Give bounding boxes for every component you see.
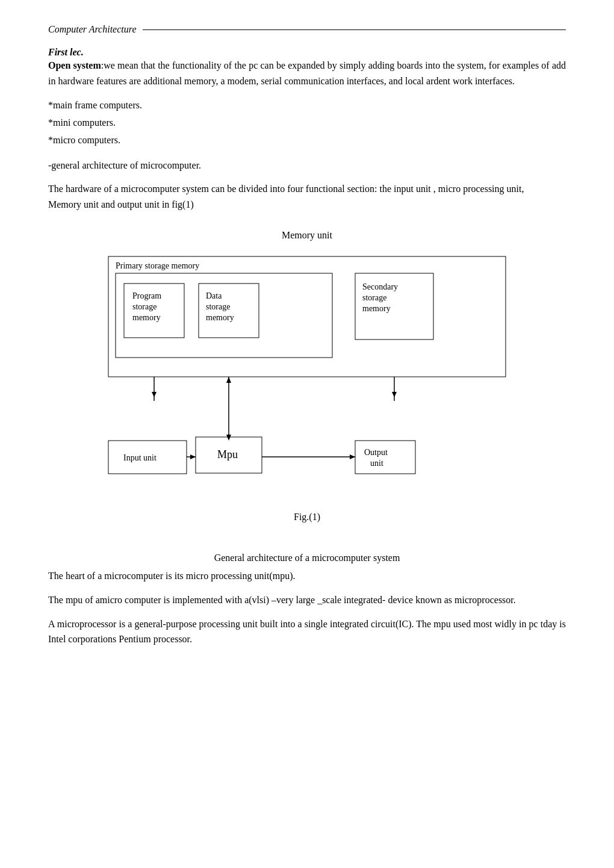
open-system-label: Open system [48, 60, 101, 70]
output-unit-label: Output [364, 448, 388, 457]
diagram-svg: Primary storage memory Program storage m… [102, 250, 512, 491]
architecture-diagram: Primary storage memory Program storage m… [102, 250, 512, 494]
section-title: First lec. [48, 47, 566, 58]
fig-caption: Fig.(1) [294, 512, 320, 522]
list-item: *micro computers. [48, 132, 566, 149]
diagram-section: Memory unit Primary storage memory Progr… [48, 230, 566, 535]
svg-marker-6 [152, 392, 157, 397]
data-storage-label2: storage [206, 302, 230, 311]
page-title: Computer Architecture [48, 24, 137, 35]
para2: The mpu of amicro computer is implemente… [48, 592, 566, 608]
svg-marker-18 [350, 454, 355, 459]
bullet-list: *main frame computers. *mini computers. … [48, 97, 566, 149]
program-storage-label2: storage [132, 302, 157, 311]
list-item: *main frame computers. [48, 97, 566, 114]
general-arch-title: General architecture of a microcomputer … [48, 553, 566, 563]
svg-marker-11 [392, 392, 397, 397]
secondary-storage-label2: storage [362, 293, 386, 302]
program-storage-label3: memory [132, 313, 161, 322]
hardware-paragraph: The hardware of a microcomputer system c… [48, 181, 566, 212]
open-system-text: :we mean that the functionality of the p… [48, 60, 566, 86]
data-storage-label3: memory [206, 313, 234, 322]
mpu-label: Mpu [217, 448, 238, 460]
program-storage-label: Program [132, 291, 161, 300]
secondary-storage-label: Secondary [362, 282, 398, 291]
svg-marker-8 [226, 435, 231, 441]
general-arch-intro: -general architecture of microcomputer. [48, 158, 566, 173]
open-system-paragraph: Open system:we mean that the functionali… [48, 58, 566, 88]
secondary-storage-label3: memory [362, 304, 391, 313]
input-unit-label: Input unit [123, 453, 157, 462]
header-divider [143, 29, 566, 30]
data-storage-label: Data [206, 291, 222, 300]
para3: A microprocessor is a general-purpose pr… [48, 616, 566, 647]
svg-rect-14 [355, 441, 415, 474]
svg-marker-16 [190, 454, 196, 459]
diagram-title: Memory unit [282, 230, 332, 241]
svg-marker-9 [226, 377, 231, 383]
svg-rect-0 [108, 256, 506, 377]
output-unit-label2: unit [370, 459, 383, 468]
primary-storage-label: Primary storage memory [116, 261, 199, 270]
para1: The heart of a microcomputer is its micr… [48, 568, 566, 584]
list-item: *mini computers. [48, 114, 566, 132]
page-header: Computer Architecture [48, 24, 566, 35]
